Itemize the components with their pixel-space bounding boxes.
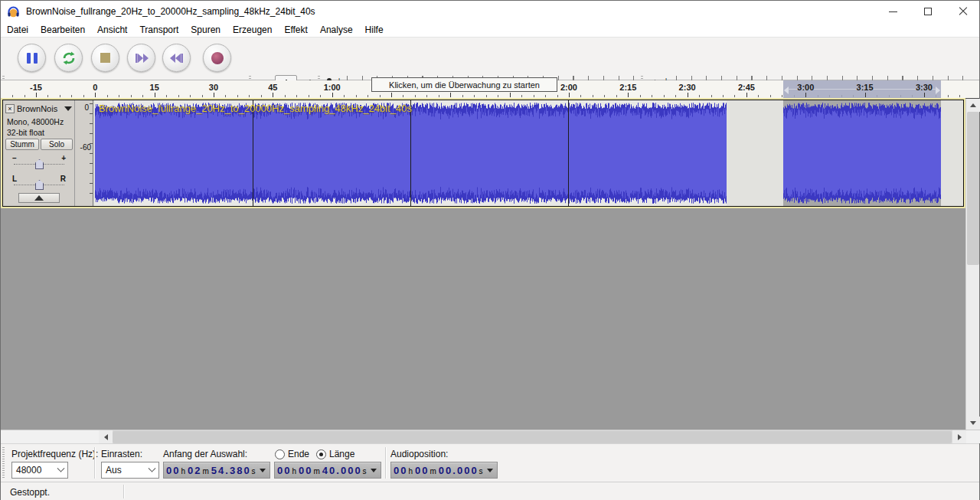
vertical-scrollbar-thumb[interactable] xyxy=(967,112,979,265)
audio-seconds[interactable]: 00.000 xyxy=(439,465,479,476)
menu-item-spuren[interactable]: Spuren xyxy=(185,23,227,37)
length-hours[interactable]: 00 xyxy=(277,465,291,476)
timefield-dropdown-icon[interactable] xyxy=(487,469,493,472)
menu-item-datei[interactable]: Datei xyxy=(1,23,34,37)
maximize-button[interactable] xyxy=(910,1,946,22)
ruler-time-label: 45 xyxy=(268,83,277,92)
ruler-minor-tick xyxy=(261,95,262,97)
ruler-time-label: 15 xyxy=(150,83,159,92)
horizontal-scrollbar[interactable] xyxy=(1,430,980,443)
menu-item-analyse[interactable]: Analyse xyxy=(314,23,359,37)
horizontal-scrollbar-thumb[interactable] xyxy=(113,431,952,443)
start-seconds[interactable]: 54.380 xyxy=(211,465,251,476)
selection-length-field[interactable]: 00h 00m 40.000s xyxy=(274,462,381,479)
track-area[interactable]: × BrownNois Mono, 48000Hz 32-bit float S… xyxy=(1,99,967,430)
menu-item-erzeugen[interactable]: Erzeugen xyxy=(227,23,278,37)
ruler-minor-tick xyxy=(142,95,143,97)
end-radio-label[interactable]: Ende xyxy=(288,449,309,459)
scroll-left-button[interactable] xyxy=(99,430,113,443)
skip-to-end-button[interactable] xyxy=(162,44,191,72)
ruler-time-label: 2:15 xyxy=(619,83,636,92)
selection-start-field[interactable]: 00h 02m 54.380s xyxy=(163,462,270,479)
end-radio[interactable] xyxy=(275,449,285,459)
scroll-up-button[interactable] xyxy=(966,99,980,112)
menu-item-transport[interactable]: Transport xyxy=(133,23,185,37)
menu-item-bearbeiten[interactable]: Bearbeiten xyxy=(34,23,91,37)
record-button[interactable] xyxy=(203,44,231,72)
toolbar-dock: I xyxy=(1,38,979,80)
menu-item-ansicht[interactable]: Ansicht xyxy=(91,23,133,37)
ruler-time-label: 2:00 xyxy=(560,83,577,92)
length-minutes[interactable]: 00 xyxy=(299,465,312,476)
waveform-area[interactable]: BrownNoise_fullrange_20Hz_to_20000Hz_sam… xyxy=(93,100,963,206)
mute-button[interactable]: Stumm xyxy=(5,139,39,150)
menu-item-hilfe[interactable]: Hilfe xyxy=(359,23,390,37)
ruler-minor-tick xyxy=(675,95,676,97)
track-format-label: Mono, 48000Hz xyxy=(7,117,64,126)
ruler-major-tick xyxy=(569,93,570,97)
audio-hours[interactable]: 00 xyxy=(394,465,407,476)
project-rate-select[interactable]: 48000 xyxy=(11,462,68,479)
ruler-minor-tick xyxy=(439,95,439,97)
skip-to-start-button[interactable] xyxy=(127,44,155,72)
ruler-minor-tick xyxy=(320,95,321,97)
ruler-minor-tick xyxy=(580,95,581,97)
audio-track: × BrownNois Mono, 48000Hz 32-bit float S… xyxy=(2,100,964,207)
status-text: Gestoppt. xyxy=(10,487,50,498)
play-button[interactable] xyxy=(54,44,83,72)
pan-right-label: R xyxy=(60,175,66,183)
track-close-button[interactable]: × xyxy=(5,104,15,113)
track-name[interactable]: BrownNois xyxy=(17,104,62,113)
snap-label: Einrasten: xyxy=(101,449,142,459)
minimize-button[interactable] xyxy=(875,1,910,22)
selection-toolbar-grip[interactable] xyxy=(2,447,5,479)
chevron-down-icon xyxy=(57,464,65,472)
window-title: BrownNoise_fullrange_20Hz_to_20000Hz_sam… xyxy=(26,6,315,17)
ruler-minor-tick xyxy=(616,95,617,97)
ruler-minor-tick xyxy=(166,95,167,97)
status-bar: Gestoppt. xyxy=(1,482,979,500)
start-hours[interactable]: 00 xyxy=(166,465,180,476)
track-control-panel: × BrownNois Mono, 48000Hz 32-bit float S… xyxy=(3,100,75,206)
length-radio-label[interactable]: Länge xyxy=(329,449,354,459)
audacity-logo-icon xyxy=(7,5,20,18)
minimize-icon xyxy=(889,11,897,12)
ruler-minor-tick xyxy=(604,95,605,97)
length-radio[interactable] xyxy=(316,449,326,459)
menu-item-effekt[interactable]: Effekt xyxy=(278,23,313,37)
solo-button[interactable]: Solo xyxy=(41,139,73,150)
vertical-ruler[interactable]: 0 -60 xyxy=(75,100,93,206)
pan-slider[interactable]: L R xyxy=(12,176,66,191)
ruler-time-label: 3:15 xyxy=(857,83,874,92)
ruler-minor-tick xyxy=(107,95,108,97)
ruler-minor-tick xyxy=(285,95,286,97)
pause-button[interactable] xyxy=(18,44,46,72)
vertical-scrollbar[interactable] xyxy=(965,99,979,430)
stop-button[interactable] xyxy=(91,44,119,72)
snap-select[interactable]: Aus xyxy=(101,462,159,479)
timefield-dropdown-icon[interactable] xyxy=(371,469,377,472)
close-button[interactable] xyxy=(946,1,980,22)
length-seconds[interactable]: 40.000 xyxy=(322,465,362,476)
ruler-time-label: 1:00 xyxy=(324,83,341,92)
ruler-time-label: 2:45 xyxy=(738,83,755,92)
scroll-right-button[interactable] xyxy=(952,430,966,443)
meter-tooltip: Klicken, um die Überwachung zu starten xyxy=(371,77,557,92)
audio-position-field[interactable]: 00h 00m 00.000s xyxy=(390,462,498,479)
waveform-canvas[interactable] xyxy=(93,100,962,206)
ruler-minor-tick xyxy=(959,95,960,97)
pan-slider-thumb[interactable] xyxy=(35,180,44,190)
ruler-minor-tick xyxy=(12,95,13,97)
ruler-minor-tick xyxy=(498,95,498,97)
timefield-dropdown-icon[interactable] xyxy=(260,469,266,472)
start-minutes[interactable]: 02 xyxy=(188,465,201,476)
gain-slider[interactable]: – + xyxy=(12,155,66,171)
ruler-minor-tick xyxy=(723,95,724,97)
track-collapse-button[interactable] xyxy=(18,193,60,203)
audio-minutes[interactable]: 00 xyxy=(415,465,429,476)
scroll-down-button[interactable] xyxy=(966,417,980,430)
gain-max-label: + xyxy=(61,154,66,162)
gain-slider-thumb[interactable] xyxy=(35,159,44,169)
track-menu-dropdown-icon[interactable] xyxy=(64,106,72,111)
skip-end-icon xyxy=(170,53,184,64)
